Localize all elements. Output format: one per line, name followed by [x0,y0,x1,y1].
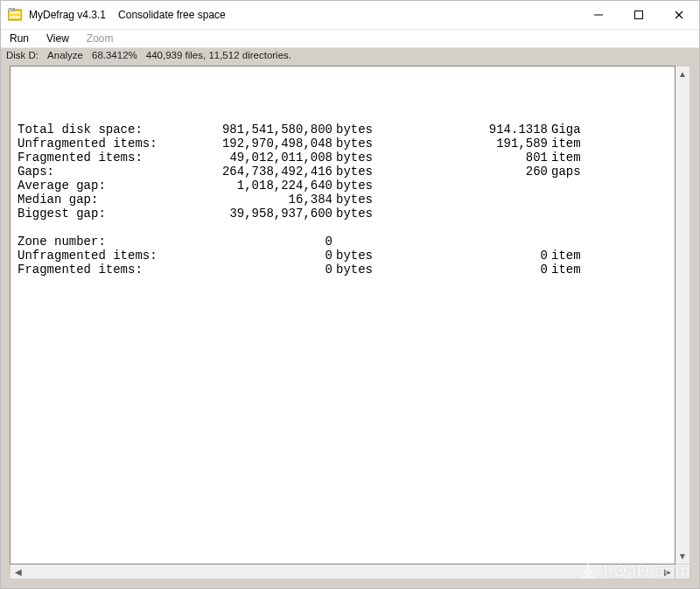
report-v1: 39,958,937,600 [192,207,332,221]
report-v1: 0 [192,235,332,249]
spacer [382,165,408,179]
report-u2: item [548,249,593,263]
svg-rect-5 [635,11,643,19]
report-u2: item [548,137,593,151]
report-u2: item [548,151,593,165]
report-pane[interactable]: Total disk space:981,541,580,800bytes914… [10,66,676,564]
report-u2: Giga [548,123,593,137]
report-v2 [408,193,548,207]
report-v2: 191,589 [408,137,548,151]
report-row: Total disk space:981,541,580,800bytes914… [18,123,668,137]
status-percent: 68.3412% [92,50,137,60]
report-label: Gaps: [18,165,192,179]
menu-bar: Run View Zoom [1,30,699,47]
svg-text:MyD: MyD [10,8,16,11]
report-row: Median gap:16,384bytes [18,193,668,207]
report-row: Zone number:0 [18,235,668,249]
report-v1: 1,018,224,640 [192,179,332,193]
report-v2 [408,235,548,249]
hscroll-track[interactable] [25,564,660,578]
spacer [382,207,408,221]
report-u1: bytes [332,179,382,193]
mydefrag-icon: MyD [8,8,22,22]
report-u1: bytes [332,165,382,179]
scroll-up-icon[interactable]: ▲ [676,67,690,81]
report-label: Fragmented items: [18,263,192,277]
report-v1: 0 [192,263,332,277]
minimize-button[interactable] [578,1,619,29]
scroll-right-icon[interactable]: ▶ [660,564,675,578]
report-label: Total disk space: [18,123,192,137]
app-name: MyDefrag v4.3.1 [29,9,106,21]
scroll-left-icon[interactable]: ◀ [10,564,25,578]
status-files: 440,939 files, 11,512 directories. [146,50,291,60]
report-u1: bytes [332,263,382,277]
report-v2 [408,207,548,221]
scrollbar-corner [676,564,690,579]
report-label: Zone number: [18,235,192,249]
report-row: Unfragmented items:0bytes0item [18,249,668,263]
report-u2: gaps [548,165,593,179]
report-label: Unfragmented items: [18,249,192,263]
close-button[interactable] [659,1,699,29]
scroll-down-icon[interactable]: ▼ [676,549,690,564]
report-label: Average gap: [18,179,192,193]
maximize-button[interactable] [619,1,659,29]
report-u2 [548,179,593,193]
report-u1: bytes [332,151,382,165]
window-subtitle: Consolidate free space [118,9,226,21]
report-label: Biggest gap: [18,207,192,221]
report-u1: bytes [332,249,382,263]
content-frame: Total disk space:981,541,580,800bytes914… [10,66,690,579]
horizontal-scrollbar[interactable]: ◀ ▶ [10,564,676,579]
report-u1: bytes [332,123,382,137]
vertical-scrollbar[interactable]: ▲ ▼ [676,66,690,564]
status-mode: Analyze [47,50,83,60]
report-row: Fragmented items:49,012,011,008bytes801i… [18,151,668,165]
report-row: Average gap:1,018,224,640bytes [18,179,668,193]
report-row: Unfragmented items:192,970,498,048bytes1… [18,137,668,151]
app-window: MyD MyDefrag v4.3.1 Consolidate free spa… [0,0,700,589]
spacer [382,193,408,207]
window-title: MyDefrag v4.3.1 Consolidate free space [29,9,578,21]
report-u1: bytes [332,193,382,207]
blank-row [18,221,668,235]
status-line: Disk D: Analyze 68.3412% 440,939 files, … [1,48,699,66]
title-bar[interactable]: MyD MyDefrag v4.3.1 Consolidate free spa… [1,1,699,30]
report-v1: 192,970,498,048 [192,137,332,151]
menu-run[interactable]: Run [6,32,32,46]
report-label: Unfragmented items: [18,137,192,151]
client-area: Disk D: Analyze 68.3412% 440,939 files, … [1,47,699,588]
report-u2 [548,207,593,221]
status-disk: Disk D: [6,50,38,60]
vscroll-track[interactable] [676,81,690,549]
report-v1: 16,384 [192,193,332,207]
report-u2 [548,235,593,249]
report-row: Biggest gap:39,958,937,600bytes [18,207,668,221]
report-v1: 981,541,580,800 [192,123,332,137]
report-u2 [548,193,593,207]
report-v2: 0 [408,249,548,263]
report-u2: item [548,263,593,277]
svg-rect-2 [10,16,20,18]
report-label: Fragmented items: [18,151,192,165]
report-v2 [408,179,548,193]
menu-view[interactable]: View [43,32,73,46]
report-v2: 801 [408,151,548,165]
report-v2: 260 [408,165,548,179]
report-u1: bytes [332,137,382,151]
spacer [382,137,408,151]
report-label: Median gap: [18,193,192,207]
spacer [382,263,408,277]
report-v1: 49,012,011,008 [192,151,332,165]
svg-rect-1 [10,11,20,14]
spacer [382,235,408,249]
spacer [382,151,408,165]
report-v2: 914.1318 [408,123,548,137]
spacer [382,123,408,137]
report-v2: 0 [408,263,548,277]
report-u1 [332,235,382,249]
report-v1: 264,738,492,416 [192,165,332,179]
window-controls [578,1,699,29]
menu-zoom: Zoom [83,32,117,46]
